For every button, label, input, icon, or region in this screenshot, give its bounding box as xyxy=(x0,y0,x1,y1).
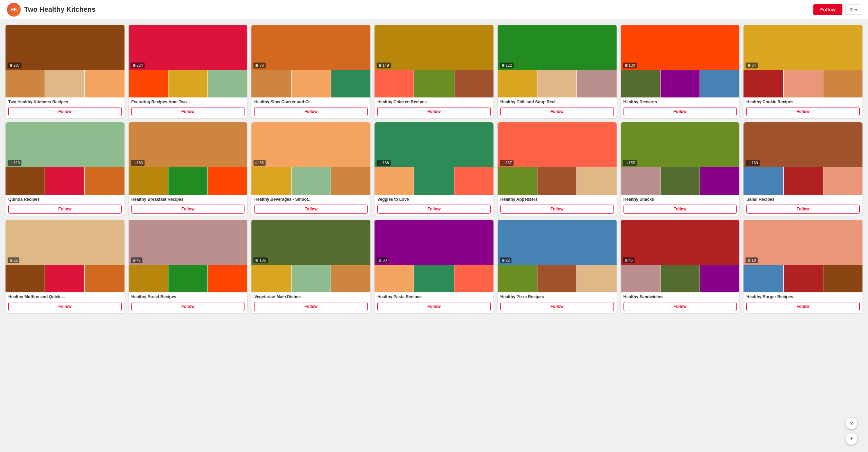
board-main-placeholder xyxy=(6,25,124,70)
board-title: Healthy Sandwiches xyxy=(624,294,737,299)
board-main-image[interactable]: ⊞ 22 xyxy=(6,220,124,265)
board-title: Quinoa Recipes xyxy=(8,197,122,202)
board-sub-image xyxy=(700,167,739,195)
pin-count: ⊞ 137 xyxy=(500,160,514,166)
board-sub-image xyxy=(331,265,370,292)
board-sub-image xyxy=(292,265,331,292)
header: HK Two Healthy Kitchens Follow ⚙ ▾ xyxy=(0,0,868,19)
board-sub-image xyxy=(85,70,124,97)
board-sub-image xyxy=(168,265,207,292)
board-title: Healthy Burger Recipes xyxy=(746,294,860,299)
pin-count: ⊞ 83 xyxy=(253,160,265,166)
board-main-image[interactable]: ⊞ 267 xyxy=(6,25,124,70)
follow-board-button[interactable]: Follow xyxy=(746,107,860,116)
follow-board-button[interactable]: Follow xyxy=(746,302,860,311)
follow-board-button[interactable]: Follow xyxy=(746,205,860,214)
board-sub-image xyxy=(577,167,616,195)
board-main-image[interactable]: ⊞ 45 xyxy=(621,220,740,265)
board-sub-images xyxy=(251,70,370,97)
board-footer: Healthy Cookie Recipes Follow xyxy=(744,97,862,118)
board-sub-images xyxy=(6,70,124,97)
board-main-image[interactable]: ⊞ 18 xyxy=(744,220,862,265)
board-main-image[interactable]: ⊞ 83 xyxy=(251,122,370,167)
follow-board-button[interactable]: Follow xyxy=(500,107,614,116)
follow-board-button[interactable]: Follow xyxy=(377,107,491,116)
board-title: Healthy Beverages - Smoot... xyxy=(254,197,368,202)
settings-button[interactable]: ⚙ ▾ xyxy=(845,4,861,15)
board-main-image[interactable]: ⊞ 47 xyxy=(129,220,248,265)
board-main-placeholder xyxy=(621,25,740,70)
board-main-placeholder xyxy=(621,122,740,167)
board-sub-image xyxy=(414,70,453,97)
board-main-image[interactable]: ⊞ 149 xyxy=(375,25,493,70)
board-sub-image xyxy=(454,265,493,292)
board-images: ⊞ 135 xyxy=(251,220,370,292)
scroll-plus-button[interactable]: + xyxy=(845,433,858,445)
board-main-image[interactable]: ⊞ 83 xyxy=(375,220,493,265)
board-images: ⊞ 76 xyxy=(251,25,370,97)
board-main-image[interactable]: ⊞ 22 xyxy=(498,220,617,265)
board-main-image[interactable]: ⊞ 180 xyxy=(129,122,248,167)
board-main-image[interactable]: ⊞ 76 xyxy=(251,25,370,70)
follow-board-button[interactable]: Follow xyxy=(131,302,245,311)
pin-count: ⊞ 149 xyxy=(377,63,390,68)
board-main-image[interactable]: ⊞ 155 xyxy=(621,122,740,167)
board-images: ⊞ 155 xyxy=(621,122,740,195)
page-title: Two Healthy Kitchens xyxy=(24,6,95,13)
board-sub-image xyxy=(454,167,493,195)
board-main-image[interactable]: ⊞ 224 xyxy=(129,25,248,70)
follow-board-button[interactable]: Follow xyxy=(254,205,368,214)
board-title: Healthy Chili and Soup Reci... xyxy=(500,100,614,104)
board-sub-image xyxy=(700,70,739,97)
header-follow-button[interactable]: Follow xyxy=(813,4,842,15)
follow-board-button[interactable]: Follow xyxy=(377,205,491,214)
board-sub-image xyxy=(6,265,45,292)
follow-board-button[interactable]: Follow xyxy=(131,107,245,116)
board-sub-image xyxy=(621,265,660,292)
board-images: ⊞ 180 xyxy=(129,122,248,195)
board-sub-image xyxy=(129,167,168,195)
follow-board-button[interactable]: Follow xyxy=(624,205,737,214)
board-sub-image xyxy=(292,167,331,195)
follow-board-button[interactable]: Follow xyxy=(131,205,245,214)
board-main-placeholder xyxy=(498,25,617,70)
board-sub-images xyxy=(621,70,740,97)
board-main-image[interactable]: ⊞ 137 xyxy=(498,122,617,167)
board-main-image[interactable]: ⊞ 113 xyxy=(6,122,124,167)
follow-board-button[interactable]: Follow xyxy=(254,107,368,116)
board-footer: Healthy Pasta Recipes Follow xyxy=(375,292,493,313)
board-title: Healthy Slow Cooker and Cr... xyxy=(254,100,368,104)
board-main-image[interactable]: ⊞ 64 xyxy=(744,25,862,70)
follow-board-button[interactable]: Follow xyxy=(8,107,122,116)
board-card: ⊞ 135 Vegetarian Main Dishes Follow xyxy=(251,220,370,313)
board-sub-image xyxy=(744,167,783,195)
follow-board-button[interactable]: Follow xyxy=(500,205,614,214)
board-sub-image xyxy=(331,70,370,97)
board-main-image[interactable]: ⊞ 135 xyxy=(251,220,370,265)
board-images: ⊞ 130 xyxy=(621,25,740,97)
board-main-placeholder xyxy=(621,220,740,265)
pin-count: ⊞ 18 xyxy=(746,257,757,263)
follow-board-button[interactable]: Follow xyxy=(624,107,737,116)
board-main-placeholder xyxy=(744,220,862,265)
board-images: ⊞ 18 xyxy=(744,220,862,292)
follow-board-button[interactable]: Follow xyxy=(500,302,614,311)
follow-board-button[interactable]: Follow xyxy=(377,302,491,311)
board-sub-image xyxy=(498,265,537,292)
pin-count: ⊞ 22 xyxy=(8,257,19,263)
follow-board-button[interactable]: Follow xyxy=(8,302,122,311)
board-main-placeholder xyxy=(129,220,248,265)
board-sub-image xyxy=(577,265,616,292)
follow-board-button[interactable]: Follow xyxy=(8,205,122,214)
help-button[interactable]: ? xyxy=(845,417,858,430)
follow-board-button[interactable]: Follow xyxy=(624,302,737,311)
board-sub-image xyxy=(661,167,700,195)
board-main-image[interactable]: ⊞ 168 xyxy=(375,122,493,167)
board-main-image[interactable]: ⊞ 122 xyxy=(498,25,617,70)
board-sub-images xyxy=(621,167,740,195)
board-main-image[interactable]: ⊞ 160 xyxy=(744,122,862,167)
board-main-image[interactable]: ⊞ 130 xyxy=(621,25,740,70)
board-sub-image xyxy=(208,265,247,292)
board-sub-image xyxy=(823,70,862,97)
follow-board-button[interactable]: Follow xyxy=(254,302,368,311)
